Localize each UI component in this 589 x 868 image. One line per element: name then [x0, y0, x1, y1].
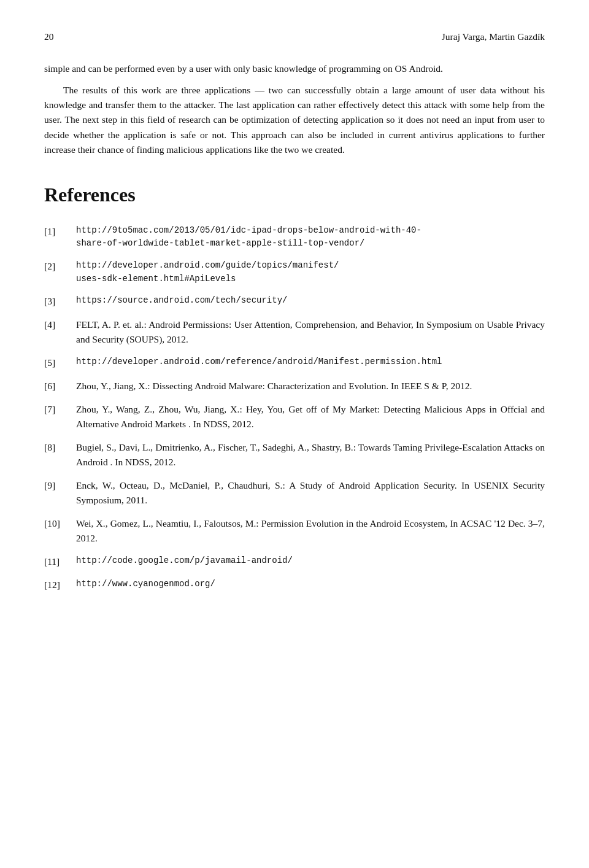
ref-content-8: Bugiel, S., Davi, L., Dmitrienko, A., Fi… [76, 440, 545, 470]
ref-number-5: [5] [44, 355, 76, 370]
list-item: [5] http://developer.android.com/referen… [44, 355, 545, 370]
ref-number-1: [1] [44, 224, 76, 239]
ref-content-11: http://code.google.com/p/javamail-androi… [76, 554, 545, 568]
list-item: [4] FELT, A. P. et. al.: Android Permiss… [44, 317, 545, 347]
page-number: 20 [44, 29, 54, 44]
ref-content-3: https://source.android.com/tech/security… [76, 294, 545, 308]
list-item: [6] Zhou, Y., Jiang, X.: Dissecting Andr… [44, 379, 545, 393]
ref-number-4: [4] [44, 317, 76, 332]
ref-number-8: [8] [44, 440, 76, 455]
ref-number-7: [7] [44, 402, 76, 417]
ref-number-10: [10] [44, 516, 76, 531]
reference-list: [1] http://9to5mac.com/2013/05/01/idc-ip… [44, 224, 545, 593]
list-item: [11] http://code.google.com/p/javamail-a… [44, 554, 545, 569]
list-item: [7] Zhou, Y., Wang, Z., Zhou, Wu, Jiang,… [44, 402, 545, 432]
ref-content-4: FELT, A. P. et. al.: Android Permissions… [76, 317, 545, 347]
ref-number-11: [11] [44, 554, 76, 569]
list-item: [10] Wei, X., Gomez, L., Neamtiu, I., Fa… [44, 516, 545, 546]
references-heading: References [44, 180, 545, 211]
body-content: simple and can be performed even by a us… [44, 61, 545, 158]
references-section: References [1] http://9to5mac.com/2013/0… [44, 180, 545, 593]
list-item: [2] http://developer.android.com/guide/t… [44, 259, 545, 285]
list-item: [1] http://9to5mac.com/2013/05/01/idc-ip… [44, 224, 545, 250]
paragraph-2: The results of this work are three appli… [44, 83, 545, 158]
ref-number-6: [6] [44, 379, 76, 393]
list-item: [9] Enck, W., Octeau, D., McDaniel, P., … [44, 478, 545, 508]
ref-content-2: http://developer.android.com/guide/topic… [76, 259, 545, 285]
ref-content-1: http://9to5mac.com/2013/05/01/idc-ipad-d… [76, 224, 545, 250]
ref-number-12: [12] [44, 578, 76, 592]
ref-content-6: Zhou, Y., Jiang, X.: Dissecting Android … [76, 379, 545, 393]
ref-content-12: http://www.cyanogenmod.org/ [76, 578, 545, 591]
ref-content-7: Zhou, Y., Wang, Z., Zhou, Wu, Jiang, X.:… [76, 402, 545, 432]
ref-content-9: Enck, W., Octeau, D., McDaniel, P., Chau… [76, 478, 545, 508]
ref-number-9: [9] [44, 478, 76, 493]
ref-content-10: Wei, X., Gomez, L., Neamtiu, I., Falouts… [76, 516, 545, 546]
list-item: [12] http://www.cyanogenmod.org/ [44, 578, 545, 592]
page-header: 20 Juraj Varga, Martin Gazdík [44, 29, 545, 44]
ref-number-2: [2] [44, 259, 76, 274]
ref-number-3: [3] [44, 294, 76, 309]
page: 20 Juraj Varga, Martin Gazdík simple and… [0, 0, 589, 868]
list-item: [8] Bugiel, S., Davi, L., Dmitrienko, A.… [44, 440, 545, 470]
page-title: Juraj Varga, Martin Gazdík [442, 29, 545, 44]
ref-content-5: http://developer.android.com/reference/a… [76, 355, 545, 369]
list-item: [3] https://source.android.com/tech/secu… [44, 294, 545, 309]
paragraph-1: simple and can be performed even by a us… [44, 61, 545, 76]
